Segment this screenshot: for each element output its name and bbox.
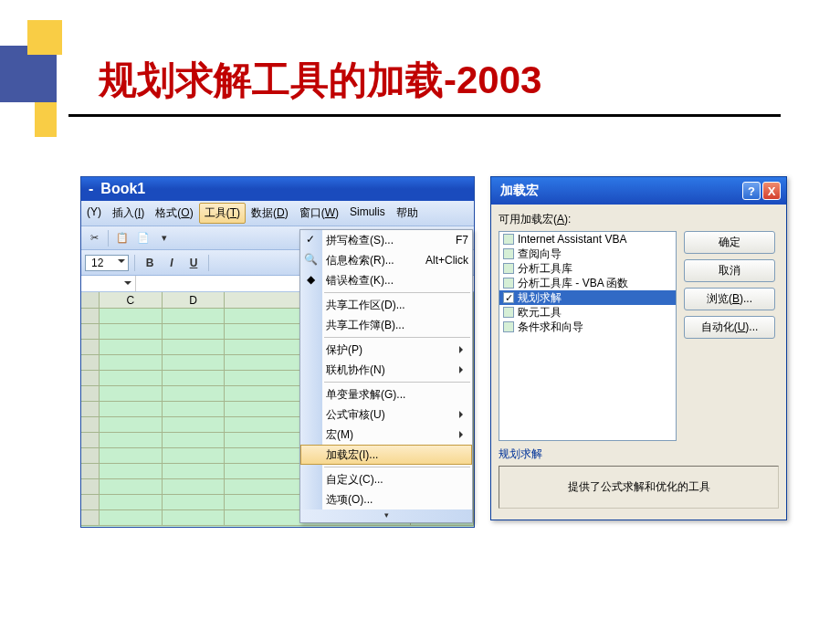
addin-item-euro-tool[interactable]: 欧元工具 — [499, 305, 676, 320]
menu-shareworkspace[interactable]: 共享工作区(D)... — [300, 295, 472, 315]
bold-button[interactable]: B — [141, 254, 159, 272]
name-box[interactable] — [81, 276, 136, 291]
menu-window[interactable]: 窗口(W) — [294, 203, 344, 224]
addins-listbox[interactable]: Internet Assistant VBA 查阅向导 分析工具库 分析工具库 … — [499, 231, 677, 441]
dialog-titlebar[interactable]: 加载宏 ? X — [491, 177, 786, 205]
cancel-button[interactable]: 取消 — [684, 259, 775, 282]
selected-addin-name: 规划求解 — [499, 446, 779, 462]
menu-expand[interactable] — [300, 509, 472, 522]
close-button[interactable]: X — [762, 182, 781, 200]
menu-help[interactable]: 帮助 — [391, 203, 424, 224]
addin-item-analysis-toolpak-vba[interactable]: 分析工具库 - VBA 函数 — [499, 276, 676, 290]
addin-item-conditional-sum[interactable]: 条件求和向导 — [499, 320, 676, 334]
italic-button[interactable]: I — [163, 254, 181, 272]
menu-addins[interactable]: 加载宏(I)... — [300, 445, 472, 465]
addin-item-analysis-toolpak[interactable]: 分析工具库 — [499, 261, 676, 276]
ok-button[interactable]: 确定 — [684, 231, 775, 254]
checkbox-icon[interactable] — [503, 321, 514, 332]
menu-options[interactable]: 选项(O)... — [300, 489, 472, 509]
addin-item-lookup-wizard[interactable]: 查阅向导 — [499, 247, 676, 261]
excel-titlebar: - Book1 — [81, 177, 474, 201]
checkbox-icon[interactable] — [503, 278, 514, 289]
toolbar-btn[interactable]: 📋 — [113, 229, 131, 247]
tools-dropdown-menu: ✓ 拼写检查(S)...F7 🔍 信息检索(R)...Alt+Click ◆ 错… — [299, 229, 473, 523]
available-addins-label: 可用加载宏(A): — [499, 212, 779, 227]
addins-dialog: 加载宏 ? X 可用加载宏(A): Internet Assistant VBA… — [490, 176, 787, 520]
underline-button[interactable]: U — [184, 254, 203, 272]
checkbox-icon[interactable]: ✓ — [503, 292, 514, 303]
menu-data[interactable]: 数据(D) — [246, 203, 294, 224]
toolbar-btn[interactable]: ▾ — [155, 229, 173, 247]
slide-title: 规划求解工具的加载-2003 — [99, 55, 541, 106]
browse-button[interactable]: 浏览(B)... — [684, 288, 775, 310]
menu-tools[interactable]: 工具(T) — [199, 203, 246, 224]
addin-item-internet-assistant[interactable]: Internet Assistant VBA — [499, 232, 676, 247]
addin-description: 提供了公式求解和优化的工具 — [499, 466, 779, 509]
col-header-c[interactable]: C — [100, 292, 163, 308]
checkbox-icon[interactable] — [503, 307, 514, 318]
menu-onlinecollab[interactable]: 联机协作(N) — [300, 360, 472, 380]
checkbox-icon[interactable] — [503, 248, 514, 259]
menu-spellcheck[interactable]: ✓ 拼写检查(S)...F7 — [300, 230, 472, 250]
menu-macro[interactable]: 宏(M) — [300, 425, 472, 445]
checkbox-icon[interactable] — [503, 263, 514, 274]
toolbar-btn[interactable]: ✂ — [85, 229, 103, 247]
checkbox-icon[interactable] — [503, 234, 514, 245]
menu-protect[interactable]: 保护(P) — [300, 340, 472, 360]
menu-customize[interactable]: 自定义(C)... — [300, 469, 472, 489]
menu-errorcheck[interactable]: ◆ 错误检查(K)... — [300, 270, 472, 290]
menu-simulis[interactable]: Simulis — [344, 203, 391, 224]
spellcheck-icon: ✓ — [303, 232, 318, 247]
help-button[interactable]: ? — [742, 182, 761, 200]
automation-button[interactable]: 自动化(U)... — [684, 316, 775, 339]
research-icon: 🔍 — [303, 252, 318, 267]
toolbar-btn[interactable]: 📄 — [134, 229, 152, 247]
menu-insert[interactable]: 插入(I) — [107, 203, 150, 224]
menu-goalseek[interactable]: 单变量求解(G)... — [300, 384, 472, 404]
menu-shareworkbook[interactable]: 共享工作簿(B)... — [300, 315, 472, 335]
col-header-d[interactable]: D — [163, 292, 226, 308]
menubar: (Y) 插入(I) 格式(O) 工具(T) 数据(D) 窗口(W) Simuli… — [81, 201, 474, 226]
menu-y[interactable]: (Y) — [81, 203, 107, 224]
menu-research[interactable]: 🔍 信息检索(R)...Alt+Click — [300, 250, 472, 270]
menu-format[interactable]: 格式(O) — [150, 203, 198, 224]
font-size-combo[interactable]: 12 — [85, 255, 129, 271]
addin-item-solver[interactable]: ✓规划求解 — [499, 290, 676, 305]
errorcheck-icon: ◆ — [303, 272, 318, 287]
dialog-title: 加载宏 — [500, 183, 539, 199]
menu-formulaaudit[interactable]: 公式审核(U) — [300, 404, 472, 425]
